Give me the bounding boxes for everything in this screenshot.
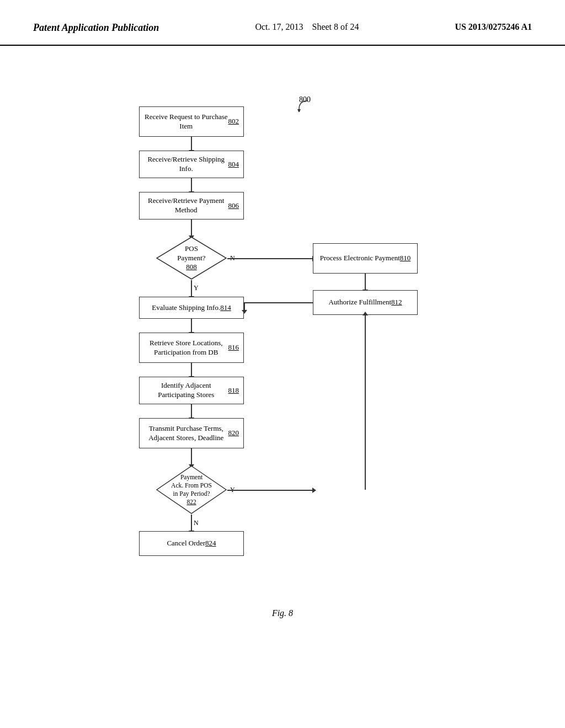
box-810: Process Electronic Payment 810: [313, 243, 418, 274]
diamond-808-text: POSPayment?808: [177, 244, 205, 272]
publication-date: Oct. 17, 2013: [255, 22, 303, 31]
box-814: Evaluate Shipping Info. 814: [139, 297, 244, 319]
box-816: Retrieve Store Locations, Participation …: [139, 333, 244, 363]
flowchart-container: 800 Receive Request to Purchase Item 802…: [89, 68, 476, 592]
sheet-info: Sheet 8 of 24: [312, 22, 359, 31]
label-822-N: N: [194, 519, 199, 527]
arrow-804-806: [191, 178, 192, 192]
arrow-810-812: [365, 274, 366, 290]
publication-title: Patent Application Publication: [33, 22, 159, 34]
header-center: Oct. 17, 2013 Sheet 8 of 24: [255, 22, 359, 32]
diamond-808: POSPayment?808: [156, 236, 227, 280]
box-804: Receive/Retrieve Shipping Info. 804: [139, 151, 244, 178]
figure-caption: Fig. 8: [0, 608, 565, 618]
box-824: Cancel Order 824: [139, 531, 244, 556]
box-820: Transmit Purchase Terms, Adjacent Stores…: [139, 418, 244, 448]
arrow-822-Y-812-h: [227, 490, 313, 491]
arrow-812-to-814-h: [244, 302, 313, 303]
page: Patent Application Publication Oct. 17, …: [0, 0, 565, 728]
flowchart-area: 800 Receive Request to Purchase Item 802…: [0, 46, 565, 603]
arrow-816-818: [191, 363, 192, 377]
arrow-808-Y-814: [191, 280, 192, 297]
box-802: Receive Request to Purchase Item 802: [139, 106, 244, 137]
ref-arrow: [294, 98, 310, 112]
header: Patent Application Publication Oct. 17, …: [0, 0, 565, 46]
arrow-822-N-824: [191, 515, 192, 531]
patent-number: US 2013/0275246 A1: [455, 22, 532, 32]
svg-marker-0: [297, 109, 301, 112]
arrow-818-820: [191, 404, 192, 418]
label-808-Y: Y: [194, 284, 199, 292]
arrow-806-808: [191, 220, 192, 236]
arrow-820-822: [191, 448, 192, 465]
arrow-808-N-810: [227, 258, 313, 259]
diamond-822-text: PaymentAck. From POSin Pay Period?822: [171, 473, 212, 506]
arrow-814-816: [191, 319, 192, 333]
box-818: Identify Adjacent Participating Stores 8…: [139, 377, 244, 404]
arrow-822-Y-812-v: [365, 315, 366, 490]
diamond-822: PaymentAck. From POSin Pay Period?822: [156, 465, 227, 515]
arrow-802-804: [191, 137, 192, 151]
box-806: Receive/Retrieve Payment Method 806: [139, 192, 244, 220]
arrow-812-to-814-v: [244, 302, 245, 311]
